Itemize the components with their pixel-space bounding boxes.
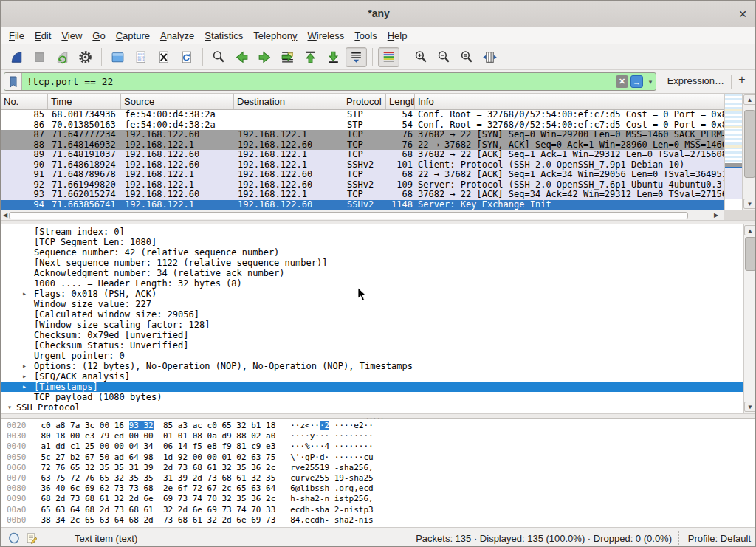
scroll-up-icon[interactable]: ▲ — [743, 94, 756, 105]
packet-row-93[interactable]: 9371.662015274192.168.122.60192.168.122.… — [1, 190, 724, 200]
expert-info-icon[interactable] — [8, 532, 20, 546]
column-header-protocol[interactable]: Protocol — [343, 94, 386, 109]
packet-list-minimap[interactable] — [724, 94, 742, 210]
menu-statistics[interactable]: Statistics — [199, 29, 248, 43]
menu-wireless[interactable]: Wireless — [303, 29, 350, 43]
packet-row-94[interactable]: 9471.663856741192.168.122.1192.168.122.6… — [1, 200, 724, 210]
zoom-in-button[interactable] — [410, 47, 432, 67]
column-header-no[interactable]: No. — [1, 94, 48, 109]
scroll-thumb[interactable] — [744, 110, 755, 178]
detail-line[interactable]: Checksum: 0x79ed [unverified] — [1, 330, 743, 340]
packet-list-vscrollbar[interactable]: ▲ ▼ — [742, 94, 756, 210]
column-header-destination[interactable]: Destination — [234, 94, 343, 109]
find-packet-button[interactable] — [208, 47, 230, 67]
column-header-source[interactable]: Source — [121, 94, 234, 109]
packet-row-91[interactable]: 9171.648789678192.168.122.1192.168.122.6… — [1, 170, 724, 180]
menu-analyze[interactable]: Analyze — [155, 29, 199, 43]
packet-row-90[interactable]: 9071.648618924192.168.122.60192.168.122.… — [1, 160, 724, 171]
start-capture-button[interactable] — [6, 47, 27, 67]
expand-icon[interactable]: ▸ — [22, 371, 27, 382]
menu-help[interactable]: Help — [382, 29, 413, 43]
auto-scroll-button[interactable] — [346, 47, 367, 67]
detail-line[interactable]: ▸Options: (12 bytes), No-Operation (NOP)… — [1, 361, 743, 371]
capture-options-button[interactable] — [75, 47, 96, 67]
restart-capture-button[interactable] — [52, 47, 73, 67]
detail-line[interactable]: [Checksum Status: Unverified] — [1, 340, 743, 351]
filter-history-dropdown-icon[interactable]: ▾ — [645, 78, 656, 86]
detail-line[interactable]: [TCP Segment Len: 1080] — [1, 237, 743, 247]
collapse-icon[interactable]: ▾ — [7, 402, 12, 413]
hex-row-0070[interactable]: 0070 63 75 72 76 65 32 35 35 31 39 2d 73… — [1, 473, 756, 484]
go-forward-button[interactable] — [254, 47, 275, 67]
column-header-length[interactable]: Length — [386, 94, 415, 109]
packet-row-86[interactable]: 8670.013850163fe:54:00:d4:38:2aSTP54Conf… — [1, 120, 724, 131]
menu-edit[interactable]: Edit — [30, 29, 56, 43]
detail-line[interactable]: TCP payload (1080 bytes) — [1, 392, 743, 402]
open-file-button[interactable] — [107, 47, 128, 67]
hex-row-00b0[interactable]: 00b0 38 34 2c 65 63 64 68 2d 73 68 61 32… — [1, 515, 756, 526]
expand-icon[interactable]: ▸ — [22, 289, 27, 299]
expression-button[interactable]: Expression… — [667, 75, 724, 86]
pane-splitter-lower[interactable]: ····· — [1, 413, 756, 419]
hex-row-0030[interactable]: 0030 80 18 00 e3 79 ed 00 00 01 01 08 0a… — [1, 431, 756, 441]
go-back-button[interactable] — [231, 47, 252, 67]
detail-line[interactable]: Window size value: 227 — [1, 299, 743, 309]
expand-icon[interactable]: ▸ — [22, 382, 27, 392]
filter-apply-button[interactable]: → — [630, 75, 643, 88]
detail-line[interactable]: [Window size scaling factor: 128] — [1, 320, 743, 330]
filter-clear-button[interactable]: ✕ — [616, 75, 628, 88]
detail-line[interactable]: [Calculated window size: 29056] — [1, 309, 743, 320]
scroll-left-icon[interactable]: ◀ — [1, 211, 9, 219]
detail-line[interactable]: ▸[SEQ/ACK analysis] — [1, 371, 743, 382]
menu-telephony[interactable]: Telephony — [248, 29, 302, 43]
hex-row-0090[interactable]: 0090 68 2d 73 68 61 32 2d 6e 69 73 74 70… — [1, 494, 756, 504]
filter-bookmark-icon[interactable] — [4, 73, 22, 90]
menu-tools[interactable]: Tools — [349, 29, 382, 43]
column-header-time[interactable]: Time — [48, 94, 121, 109]
packet-row-88[interactable]: 8871.648146932192.168.122.1192.168.122.6… — [1, 140, 724, 151]
detail-line[interactable]: ▾SSH Protocol — [1, 402, 743, 413]
scroll-up-icon[interactable]: ▲ — [744, 225, 756, 235]
scroll-right-icon[interactable]: ▶ — [712, 211, 720, 219]
filter-add-button[interactable]: + — [735, 73, 749, 86]
zoom-out-button[interactable] — [433, 47, 455, 67]
menu-go[interactable]: Go — [87, 29, 110, 43]
scroll-thumb[interactable] — [9, 212, 688, 219]
detail-line[interactable]: ▸[Timestamps] — [1, 382, 743, 392]
close-file-button[interactable] — [153, 47, 174, 67]
detail-line[interactable]: Urgent pointer: 0 — [1, 351, 743, 361]
stop-capture-button[interactable] — [29, 47, 50, 67]
details-vscrollbar[interactable]: ▲ ▼ — [743, 224, 756, 413]
menu-capture[interactable]: Capture — [111, 29, 155, 43]
capture-comment-icon[interactable] — [26, 532, 37, 546]
zoom-original-button[interactable] — [456, 47, 478, 67]
detail-line[interactable]: ▸Flags: 0x018 (PSH, ACK) — [1, 289, 743, 299]
detail-line[interactable]: Acknowledgment number: 34 (relative ack … — [1, 268, 743, 278]
column-header-info[interactable]: Info — [415, 94, 724, 109]
detail-line[interactable]: Sequence number: 42 (relative sequence n… — [1, 247, 743, 258]
status-profile[interactable]: Profile: Default — [688, 533, 751, 544]
go-last-button[interactable] — [323, 47, 344, 67]
packet-list-hscrollbar[interactable]: ◀ ▶ — [1, 210, 724, 220]
hex-row-0020[interactable]: 0020 c0 a8 7a 3c 00 16 93 32 85 a3 ac c0… — [1, 421, 756, 431]
menu-file[interactable]: File — [4, 29, 30, 43]
close-button[interactable]: ✕ — [735, 6, 751, 22]
hex-row-0050[interactable]: 0050 5c 27 b2 67 50 ad 64 98 1d 92 00 00… — [1, 453, 756, 463]
scroll-down-icon[interactable]: ▼ — [744, 402, 756, 412]
hex-row-0080[interactable]: 0080 36 40 6c 69 62 73 73 68 2e 6f 72 67… — [1, 484, 756, 494]
display-filter-input[interactable]: !tcp.port == 22 ✕ → ▾ — [4, 72, 656, 91]
detail-line[interactable]: [Next sequence number: 1122 (relative se… — [1, 258, 743, 268]
resize-columns-button[interactable] — [479, 47, 501, 67]
hex-row-0060[interactable]: 0060 72 76 65 32 35 35 31 39 2d 73 68 61… — [1, 463, 756, 473]
detail-line[interactable]: [Stream index: 0] — [1, 227, 743, 237]
scroll-thumb[interactable] — [745, 237, 756, 271]
packet-row-92[interactable]: 9271.661949820192.168.122.1192.168.122.6… — [1, 180, 724, 190]
packet-row-85[interactable]: 8568.001734936fe:54:00:d4:38:2aSTP54Conf… — [1, 110, 724, 120]
go-to-packet-button[interactable] — [277, 47, 298, 67]
menu-view[interactable]: View — [56, 29, 87, 43]
expand-icon[interactable]: ▸ — [22, 361, 27, 371]
titlebar[interactable]: *any ✕ — [1, 1, 756, 27]
hex-row-00a0[interactable]: 00a0 65 63 64 68 2d 73 68 61 32 2d 6e 69… — [1, 505, 756, 515]
hex-row-0040[interactable]: 0040 a1 dd c1 25 00 00 04 34 06 14 f5 e8… — [1, 441, 756, 452]
packet-row-89[interactable]: 8971.648191037192.168.122.60192.168.122.… — [1, 150, 724, 160]
